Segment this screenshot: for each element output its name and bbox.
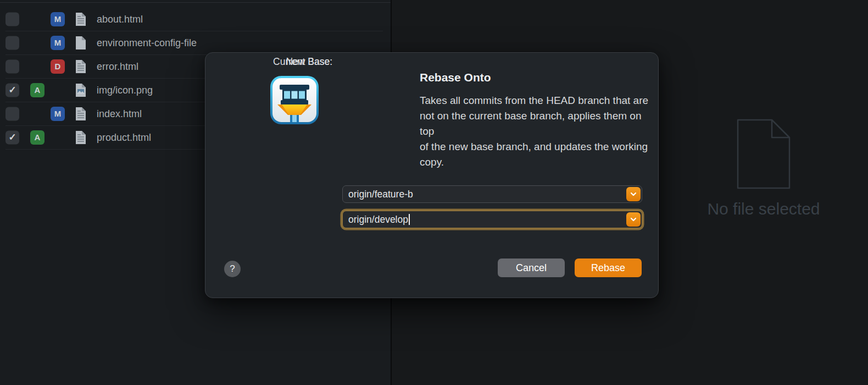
tower-app-icon [270,76,319,124]
file-checkbox[interactable]: ✓ [5,107,19,121]
file-name: index.html [97,108,142,120]
html-file-icon [75,107,86,121]
file-checkbox[interactable]: ✓ [5,13,19,26]
file-row[interactable]: ✓ M environment-config-file [5,31,383,55]
status-badge: M [51,107,65,121]
rebase-dialog: Rebase Onto Takes all commits from the H… [205,52,659,298]
file-name: error.html [97,61,138,73]
image-file-icon [75,83,86,97]
generic-file-icon [75,36,86,50]
current-base-combobox[interactable]: origin/feature-b [342,185,642,203]
file-checkbox[interactable]: ✓ [5,84,19,97]
html-file-icon [75,12,86,26]
file-checkbox[interactable]: ✓ [5,131,19,145]
status-badge: M [51,12,65,26]
checkmark-icon: ✓ [8,133,16,142]
panel-top-divider [0,2,391,3]
current-base-value: origin/feature-b [348,186,413,202]
file-row[interactable]: ✓ M about.html [5,8,383,31]
new-base-combobox[interactable]: origin/develop [342,211,642,228]
help-button[interactable]: ? [224,261,241,277]
current-base-dropdown-button[interactable] [626,187,641,201]
file-name: about.html [97,14,143,25]
new-base-input-value[interactable]: origin/develop [348,211,410,228]
status-badge: D [51,59,65,74]
file-name: product.html [97,132,151,144]
status-badge: A [30,130,44,145]
file-name: environment-config-file [97,37,197,49]
html-file-icon [75,130,86,145]
new-base-label: New Base: [205,53,332,70]
html-file-icon [75,59,86,74]
status-badge: M [51,36,65,50]
empty-state-message: No file selected [699,200,828,218]
chevron-down-icon [630,216,637,223]
app-window: ✓ M about.html ✓ M environment-config-fi… [0,0,868,385]
file-name: img/icon.png [97,85,153,96]
status-badge: A [30,83,44,97]
checkmark-icon: ✓ [8,85,16,95]
file-checkbox[interactable]: ✓ [5,60,19,74]
dialog-title: Rebase Onto [420,71,491,84]
empty-file-icon [736,118,792,190]
cancel-button[interactable]: Cancel [498,258,565,277]
new-base-dropdown-button[interactable] [626,212,641,227]
rebase-button[interactable]: Rebase [575,258,642,277]
file-checkbox[interactable]: ✓ [5,36,19,50]
text-caret [409,214,410,225]
empty-state: No file selected [699,118,828,218]
dialog-description: Takes all commits from the HEAD branch t… [420,93,656,170]
chevron-down-icon [630,190,637,198]
